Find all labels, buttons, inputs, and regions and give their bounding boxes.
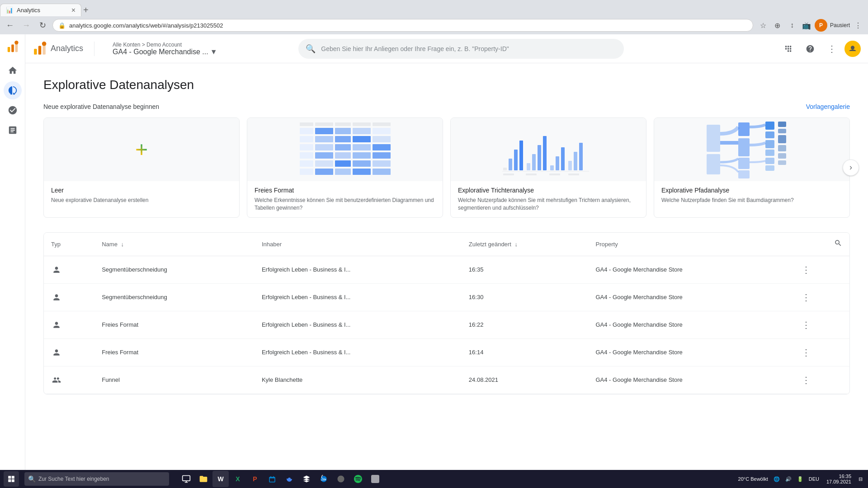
table-cell-name: Segmentüberschneidung bbox=[94, 256, 255, 283]
reload-button[interactable]: ↻ bbox=[36, 19, 49, 32]
taskbar-search[interactable]: 🔍 Zur Suche Text hier eingeben bbox=[24, 472, 169, 486]
browser-tab-analytics[interactable]: 📊 Analytics × bbox=[0, 4, 81, 16]
profile-label[interactable]: Pausiert bbox=[830, 22, 850, 28]
taskbar-network[interactable]: 🌐 bbox=[772, 475, 782, 483]
svg-rect-70 bbox=[765, 140, 774, 148]
taskbar-app-8[interactable] bbox=[367, 471, 383, 487]
pfad-chart bbox=[654, 118, 849, 181]
svg-rect-63 bbox=[707, 154, 720, 174]
card-pfad-desc: Welche Nutzerpfade finden Sie mit Baumdi… bbox=[661, 197, 842, 204]
taskbar-volume[interactable]: 🔊 bbox=[783, 475, 793, 483]
taskbar-notification[interactable]: ⊟ bbox=[857, 475, 864, 483]
taskbar-app-spotify[interactable] bbox=[350, 471, 366, 487]
card-leer-name: Leer bbox=[51, 187, 232, 194]
user-avatar[interactable] bbox=[844, 41, 861, 57]
app-layout: Analytics Alle Konten > Demo Account GA4… bbox=[0, 34, 868, 488]
bookmark-button[interactable]: ☆ bbox=[757, 19, 769, 32]
card-pfad[interactable]: Explorative Pfadanalyse Welche Nutzerpfa… bbox=[654, 117, 850, 218]
new-tab-button[interactable]: + bbox=[83, 5, 89, 15]
card-trichter-preview bbox=[451, 118, 646, 181]
taskbar-app-store[interactable] bbox=[264, 471, 280, 487]
template-gallery-link[interactable]: Vorlagengalerie bbox=[806, 103, 850, 110]
svg-rect-56 bbox=[579, 143, 583, 170]
forward-button[interactable]: → bbox=[20, 19, 33, 32]
ga-logo[interactable] bbox=[4, 38, 22, 56]
table-row[interactable]: Freies FormatErfolgreich Leben - Busines… bbox=[44, 311, 849, 338]
sync-button[interactable]: ↕ bbox=[786, 19, 798, 32]
card-trichter[interactable]: Explorative Trichteranalyse Welche Nutze… bbox=[450, 117, 646, 218]
address-bar[interactable]: 🔒 analytics.google.com/analytics/web/#/a… bbox=[52, 19, 753, 32]
row-menu-button[interactable]: ⋮ bbox=[799, 318, 813, 332]
table-cell-actions: ⋮ bbox=[792, 283, 849, 311]
table-cell-typ bbox=[44, 283, 94, 311]
property-selector[interactable]: GA4 - Google Merchandise ... ▼ bbox=[113, 48, 217, 56]
table-row[interactable]: SegmentüberschneidungErfolgreich Leben -… bbox=[44, 283, 849, 311]
th-zuletzt[interactable]: Zuletzt geändert ↓ bbox=[462, 233, 589, 256]
svg-rect-38 bbox=[300, 169, 313, 175]
cast-button[interactable]: 📺 bbox=[800, 19, 813, 32]
taskbar-time: 16:35 bbox=[826, 474, 851, 479]
cards-next-button[interactable]: › bbox=[843, 160, 859, 176]
sidebar-item-home[interactable] bbox=[4, 61, 22, 80]
section-header: Neue explorative Datenanalyse beginnen V… bbox=[43, 103, 850, 110]
search-input-container[interactable]: 🔍 Geben Sie hier Ihr Anliegen oder Ihre … bbox=[298, 39, 624, 59]
extensions-button[interactable]: ⊕ bbox=[771, 19, 784, 32]
taskbar-app-explorer[interactable] bbox=[178, 471, 194, 487]
svg-rect-19 bbox=[315, 136, 333, 142]
taskbar-app-chrome[interactable] bbox=[281, 471, 297, 487]
sidebar-item-realtime[interactable] bbox=[4, 81, 22, 99]
svg-rect-11 bbox=[353, 122, 371, 126]
th-name[interactable]: Name ↓ bbox=[94, 233, 255, 256]
table-cell-inhaber: Erfolgreich Leben - Business & I... bbox=[255, 256, 462, 283]
svg-rect-66 bbox=[738, 158, 750, 169]
table-search-button[interactable] bbox=[834, 239, 842, 249]
svg-rect-41 bbox=[353, 169, 371, 175]
apps-button[interactable] bbox=[779, 40, 797, 58]
data-table: Typ Name ↓ Inhaber Zuletzt geändert bbox=[44, 233, 849, 394]
svg-rect-32 bbox=[373, 152, 391, 159]
svg-rect-30 bbox=[335, 152, 351, 159]
svg-rect-36 bbox=[353, 160, 371, 167]
table-row[interactable]: Freies FormatErfolgreich Leben - Busines… bbox=[44, 338, 849, 366]
svg-rect-37 bbox=[373, 160, 391, 167]
analytics-title: Analytics bbox=[51, 44, 83, 53]
svg-rect-17 bbox=[373, 128, 391, 134]
taskbar-clock[interactable]: 16:35 17.09.2021 bbox=[823, 473, 855, 485]
taskbar-app-excel[interactable]: X bbox=[230, 471, 246, 487]
table-cell-property: GA4 - Google Merchandise Store bbox=[589, 256, 792, 283]
plus-icon: + bbox=[135, 139, 148, 160]
start-button[interactable] bbox=[4, 471, 19, 487]
taskbar-app-files[interactable] bbox=[195, 471, 212, 487]
table-cell-actions: ⋮ bbox=[792, 311, 849, 338]
taskbar-app-powerpoint[interactable]: P bbox=[247, 471, 263, 487]
tab-close-button[interactable]: × bbox=[71, 6, 75, 14]
help-button[interactable] bbox=[801, 40, 819, 58]
svg-rect-78 bbox=[778, 153, 786, 159]
row-menu-button[interactable]: ⋮ bbox=[799, 263, 813, 277]
profile-button[interactable]: P bbox=[815, 19, 827, 32]
taskbar-app-6[interactable] bbox=[298, 471, 315, 487]
card-freies-format[interactable]: Freies Format Welche Erkenntnisse können… bbox=[247, 117, 443, 218]
taskbar-app-word[interactable]: W bbox=[212, 471, 229, 487]
taskbar-language[interactable]: DEU bbox=[807, 475, 821, 483]
card-leer[interactable]: + Leer Neue explorative Datenanalyse ers… bbox=[43, 117, 240, 218]
svg-rect-15 bbox=[335, 128, 351, 134]
svg-rect-28 bbox=[300, 152, 313, 159]
table-row[interactable]: FunnelKyle Blanchette24.08.2021GA4 - Goo… bbox=[44, 366, 849, 394]
row-menu-button[interactable]: ⋮ bbox=[799, 373, 813, 387]
row-menu-button[interactable]: ⋮ bbox=[799, 345, 813, 360]
taskbar-weather[interactable]: 20°C Bewölkt bbox=[736, 475, 770, 483]
taskbar-app-edge[interactable] bbox=[316, 471, 332, 487]
taskbar-battery[interactable]: 🔋 bbox=[795, 475, 805, 483]
table-row[interactable]: SegmentüberschneidungErfolgreich Leben -… bbox=[44, 256, 849, 283]
th-inhaber: Inhaber bbox=[255, 233, 462, 256]
sidebar-item-reports[interactable] bbox=[4, 121, 22, 139]
sidebar-item-lifecycle[interactable] bbox=[4, 101, 22, 119]
svg-rect-58 bbox=[503, 174, 514, 175]
more-button[interactable]: ⋮ bbox=[823, 40, 841, 58]
menu-button[interactable]: ⋮ bbox=[852, 19, 864, 32]
taskbar-apps: W X P bbox=[178, 471, 383, 487]
back-button[interactable]: ← bbox=[4, 19, 16, 32]
taskbar-app-7[interactable] bbox=[333, 471, 349, 487]
row-menu-button[interactable]: ⋮ bbox=[799, 290, 813, 305]
